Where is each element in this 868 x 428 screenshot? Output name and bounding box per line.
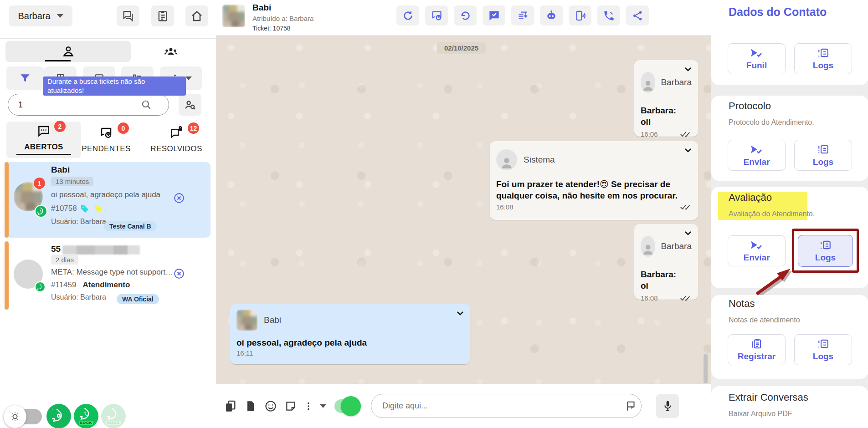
share-button[interactable] xyxy=(626,5,649,25)
emoji-button[interactable] xyxy=(261,396,281,416)
quick-reply-button[interactable] xyxy=(621,396,641,416)
section-subtitle-notas: Notas de atendimento xyxy=(729,316,800,324)
chat-scrollbar[interactable] xyxy=(704,354,708,383)
ticket-id-row: #11459 Atendimento xyxy=(51,280,130,290)
close-ticket-button[interactable] xyxy=(173,192,185,204)
chat-dots-icon xyxy=(37,124,51,138)
close-ticket-button[interactable] xyxy=(173,268,185,280)
call-icon xyxy=(603,10,615,22)
quick-flag-icon xyxy=(625,400,637,412)
avatar xyxy=(641,72,655,93)
double-check-icon xyxy=(680,202,692,211)
ticket-item-babi[interactable]: 1 Babi 13 minutos oi pessoal, agradeço p… xyxy=(5,162,211,238)
contact-name[interactable]: Babi xyxy=(252,3,271,13)
tab-abertos[interactable]: 2 ABERTOS xyxy=(6,122,81,158)
composer-dropdown-button[interactable] xyxy=(316,396,330,416)
transfer-queue-icon xyxy=(517,10,529,22)
enviar-button-label: Enviar xyxy=(743,157,770,167)
chevron-down-icon[interactable] xyxy=(683,228,693,239)
protocolo-logs-button[interactable]: Logs xyxy=(794,140,852,171)
notas-logs-button[interactable]: Logs xyxy=(794,334,852,365)
ticket-item-55[interactable]: 55 2 dias META: Message type not support… xyxy=(5,241,211,310)
attach-file-button[interactable] xyxy=(241,396,261,416)
tab-group-tickets[interactable] xyxy=(131,41,211,62)
signature-toggle[interactable] xyxy=(334,399,360,413)
emoji-icon xyxy=(264,400,277,413)
avaliacao-logs-button[interactable]: Logs xyxy=(798,235,853,267)
contact-details-sidebar: Dados do Contato Funil Logs Protocolo Pr… xyxy=(711,0,868,428)
ticket-accent-bar xyxy=(5,162,9,238)
call-button[interactable] xyxy=(597,5,620,25)
resolve-button[interactable] xyxy=(483,5,505,25)
divider xyxy=(0,64,216,64)
chevron-down-icon xyxy=(320,404,326,408)
attach-copy-button[interactable] xyxy=(221,396,241,416)
contact-search-button[interactable] xyxy=(179,94,201,116)
refresh-button[interactable] xyxy=(396,5,419,25)
mic-icon xyxy=(662,400,674,412)
registrar-button-label: Registrar xyxy=(738,352,776,362)
mic-button[interactable] xyxy=(656,394,679,418)
clipboard-button[interactable] xyxy=(151,5,174,26)
user-selector[interactable]: Barbara xyxy=(9,5,72,26)
filter-icon xyxy=(19,72,31,84)
tab-resolvidos[interactable]: 12 RESOLVIDOS xyxy=(142,122,211,158)
ticket-user: Usuário: Barbara xyxy=(51,293,106,301)
filter-button[interactable] xyxy=(6,66,44,90)
message-input[interactable] xyxy=(371,401,621,411)
forum-button[interactable] xyxy=(117,5,139,26)
message-bubble-system[interactable]: Sistema Foi um prazer te atender!😍 Se pr… xyxy=(490,141,698,220)
contact-avatar[interactable] xyxy=(222,5,245,27)
whatsapp-settings-connection[interactable] xyxy=(46,404,71,428)
undo-button[interactable] xyxy=(454,5,477,25)
contact-logs-button[interactable]: Logs xyxy=(794,43,852,74)
active-tab-underline xyxy=(45,60,71,61)
whatsapp-sock-connection[interactable]: SOCK xyxy=(74,404,98,428)
section-title-avaliacao: Avaliação xyxy=(729,192,772,204)
date-divider: 02/10/2025 xyxy=(437,42,486,54)
unread-count-badge: 1 xyxy=(34,178,45,189)
message-bubble-incoming[interactable]: Babi oi pessoal, agradeço pela ajuda 16:… xyxy=(230,304,470,364)
protocolo-enviar-button[interactable]: Enviar xyxy=(728,140,786,171)
chevron-down-icon[interactable] xyxy=(683,145,693,156)
section-title-notas: Notas xyxy=(729,298,755,310)
assigned-to: Atribuído a: Barbara xyxy=(252,15,313,22)
chat-check-icon xyxy=(488,10,500,22)
tab-individual-tickets[interactable] xyxy=(5,41,131,62)
transfer-button[interactable] xyxy=(511,5,534,25)
notas-registrar-button[interactable]: Registrar xyxy=(728,334,786,365)
theme-toggle-knob[interactable] xyxy=(4,405,26,428)
phone-broadcast-button[interactable] xyxy=(569,5,591,25)
home-button[interactable] xyxy=(185,5,208,26)
chevron-down-icon[interactable] xyxy=(455,308,466,319)
file-icon xyxy=(245,400,257,412)
pending-clock-icon xyxy=(431,10,443,22)
composer-more-button[interactable] xyxy=(301,396,316,416)
tooltip-line2: Apague o campo para atualizar... xyxy=(47,95,181,104)
chevron-down-icon[interactable] xyxy=(683,64,693,75)
copy-docs-icon xyxy=(224,400,237,413)
message-prefix: Barbara: xyxy=(641,269,692,280)
chat-toolbar xyxy=(396,5,649,25)
quick-notes-button[interactable] xyxy=(281,396,301,416)
message-bubble-outgoing[interactable]: Barbara Barbara: oi 16:08 xyxy=(634,224,698,300)
avaliacao-enviar-button[interactable]: Enviar xyxy=(728,235,786,266)
ticket-name: Babi xyxy=(51,165,70,175)
logs-button-label: Logs xyxy=(815,253,836,263)
robot-icon xyxy=(545,9,558,22)
undo-icon xyxy=(459,10,472,22)
tab-pendentes[interactable]: 0 PENDENTES xyxy=(72,122,140,158)
funil-button[interactable]: Funil xyxy=(728,43,786,74)
sidebar-title: Dados do Contato xyxy=(729,5,827,19)
chevron-down-icon xyxy=(57,14,63,18)
whatsapp-inactive-connection[interactable]: SOCK xyxy=(101,404,126,428)
pending-button[interactable] xyxy=(425,5,448,25)
whatsapp-channel-badge xyxy=(35,205,47,218)
whatsapp-channel-badge xyxy=(35,281,46,292)
avatar xyxy=(236,310,257,331)
chatbot-button[interactable] xyxy=(540,5,563,25)
signature-toggle-knob[interactable] xyxy=(341,396,361,416)
refresh-icon xyxy=(402,10,414,22)
message-bubble-outgoing[interactable]: Barbara Barbara: oii 16:06 xyxy=(634,60,698,137)
person-icon xyxy=(641,241,655,257)
